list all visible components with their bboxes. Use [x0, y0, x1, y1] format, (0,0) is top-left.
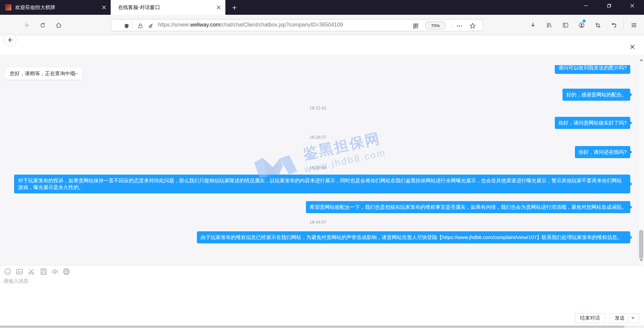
- notification-dot: [583, 19, 586, 22]
- divider: [624, 21, 624, 29]
- browser-tab-bar: 欢迎莅临恒大棋牌 在线客服-对话窗口: [0, 0, 644, 15]
- forward-icon[interactable]: [22, 20, 32, 30]
- downloads-icon[interactable]: [528, 20, 538, 30]
- emoji-icon[interactable]: [4, 268, 11, 275]
- divider: [451, 22, 452, 29]
- home-icon[interactable]: [54, 20, 63, 30]
- url-path: /chat/chatClient/chatbox.jsp?companyID=3…: [220, 22, 343, 28]
- save-chat-icon[interactable]: [40, 268, 47, 275]
- qr-code-icon[interactable]: [412, 22, 419, 29]
- zoom-level-badge[interactable]: 70%: [425, 21, 446, 30]
- chat-message-incoming: 您好，请稍等，正在查询中哦~: [6, 67, 82, 80]
- chat-timestamp: 16:29:48: [0, 165, 636, 170]
- send-options-caret-icon[interactable]: [631, 317, 635, 319]
- page-actions-icon[interactable]: [456, 22, 463, 29]
- image-icon[interactable]: [16, 268, 23, 275]
- undo-restore-icon[interactable]: [609, 20, 619, 30]
- sound-icon[interactable]: [51, 268, 59, 275]
- horizontal-scrollbar-thumb[interactable]: [0, 326, 625, 328]
- library-icon[interactable]: [544, 20, 554, 30]
- chat-message-outgoing: 你好，请问贵网站核实好了吗?: [555, 117, 630, 129]
- chat-message-outgoing-clipped: 请问可以收到我发送的图片吗?: [555, 65, 630, 74]
- divider: [628, 316, 629, 321]
- message-input-placeholder[interactable]: 请输入消息: [3, 278, 29, 284]
- send-label: 发送: [615, 315, 625, 321]
- scissors-screenshot-icon[interactable]: [28, 268, 35, 275]
- chat-close-icon[interactable]: [628, 42, 637, 51]
- watermark-text: 鉴黑担保网: [301, 129, 382, 164]
- url-text[interactable]: https://smeer.weliway.com/chat/chatClien…: [158, 22, 410, 28]
- chat-message-outgoing: 好的，感谢贵网站的配合。: [562, 89, 630, 101]
- tab-title: 在线客服-对话窗口: [118, 4, 214, 11]
- tab-welcome[interactable]: 欢迎莅临恒大棋牌: [0, 0, 111, 15]
- window-restore-icon[interactable]: [601, 0, 617, 11]
- url-domain: weliway.com: [190, 22, 220, 28]
- back-icon[interactable]: [4, 34, 16, 46]
- end-chat-button[interactable]: 结束对话: [575, 313, 605, 323]
- scroll-down-icon[interactable]: [639, 258, 643, 262]
- blocked-permission-icon[interactable]: [147, 22, 154, 29]
- account-icon[interactable]: [577, 20, 586, 30]
- tracking-protection-shield-icon[interactable]: [123, 22, 130, 29]
- chat-message-outgoing: 你好，请问还在线吗?: [575, 146, 630, 158]
- address-bar[interactable]: https://smeer.weliway.com/chat/chatClien…: [111, 19, 483, 31]
- horizontal-scrollbar[interactable]: [0, 325, 644, 328]
- window-close-icon[interactable]: [625, 0, 640, 11]
- chat-timestamp: 16:44:07: [0, 220, 636, 225]
- chat-message-outgoing: 由于玩家发布的维权信息已经展示在我们网站，为避免对贵网站的声誉造成影响，请贵网站…: [197, 231, 630, 243]
- chat-input-area[interactable]: 请输入消息 结束对话 发送: [0, 265, 644, 326]
- browser-toolbar: https://smeer.weliway.com/chat/chatClien…: [0, 15, 644, 35]
- url-prefix: https://smeer.: [158, 22, 190, 28]
- chat-message-outgoing: 对于玩家发布的投诉，如果贵网站保持一直不回应的态度来对待此问题，那么我们只能相信…: [14, 175, 630, 193]
- chat-page-header: [0, 35, 644, 55]
- chat-timestamp: 16:28:27: [0, 135, 636, 140]
- screenshot-crop-icon[interactable]: [593, 20, 602, 30]
- bookmark-star-icon[interactable]: [469, 22, 476, 29]
- menu-hamburger-icon[interactable]: [629, 20, 639, 30]
- tab-title: 欢迎莅临恒大棋牌: [15, 4, 99, 11]
- send-button[interactable]: 发送: [610, 313, 639, 323]
- reload-icon[interactable]: [38, 20, 47, 30]
- watermark-url: www.jhdb8.com: [303, 147, 387, 175]
- site-favicon: [5, 4, 11, 10]
- tab-close-icon[interactable]: [214, 3, 223, 12]
- chat-message-area[interactable]: 请问可以收到我发送的图片吗? 您好，请稍等，正在查询中哦~ 好的，感谢贵网站的配…: [0, 56, 644, 265]
- window-minimize-icon[interactable]: [578, 0, 594, 11]
- scrollbar-thumb[interactable]: [639, 230, 643, 259]
- divider: [132, 22, 133, 29]
- scroll-up-icon[interactable]: [639, 58, 643, 62]
- insecure-lock-warning-icon[interactable]: [137, 22, 144, 29]
- tab-close-icon[interactable]: [99, 3, 109, 12]
- language-globe-icon[interactable]: [63, 268, 70, 275]
- new-tab-icon[interactable]: [229, 3, 239, 13]
- chat-message-outgoing: 希望贵网站能配合一下，我们也是想核实玩家发布的维权事宜是否属实，如果有内情，我们…: [306, 201, 630, 213]
- chat-timestamp: 16:21:41: [0, 105, 636, 110]
- chat-scrollbar[interactable]: [638, 56, 644, 265]
- tab-chat-window[interactable]: 在线客服-对话窗口: [111, 0, 225, 15]
- sidebar-toggle-icon[interactable]: [561, 20, 570, 30]
